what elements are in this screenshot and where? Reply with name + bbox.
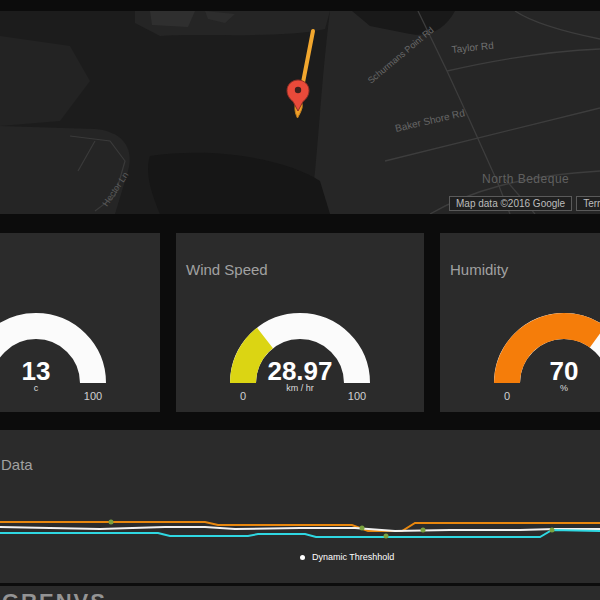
- gauge-units: c: [34, 383, 39, 393]
- data-point-marker: [109, 520, 114, 525]
- white-series: [0, 527, 600, 531]
- gauge-max-label: 100: [348, 390, 366, 402]
- gauge-value: 28.97: [267, 356, 332, 386]
- map-panel[interactable]: Schurmans Point Rd Taylor Rd Baker Shore…: [0, 11, 600, 214]
- chart-legend: Dynamic Threshhold: [300, 552, 394, 562]
- data-chart-pane: Data Dynamic Threshhold: [0, 430, 600, 583]
- humidity-gauge-pane: Humidity 70 % 0 100: [440, 233, 600, 412]
- bottom-section-pane: GRENVS: [0, 586, 600, 600]
- map-canvas: Schurmans Point Rd Taylor Rd Baker Shore…: [0, 11, 600, 214]
- gauge-value: 70: [550, 356, 579, 386]
- gauge-max-label: 100: [84, 390, 102, 402]
- pane-title: Wind Speed: [186, 261, 268, 278]
- data-point-marker: [550, 528, 555, 533]
- gauge-fill: [243, 338, 265, 383]
- locality-label: North Bedeque: [482, 172, 569, 186]
- data-point-marker: [384, 534, 389, 539]
- legend-label: Dynamic Threshhold: [312, 552, 394, 562]
- dashboard: { "map": { "road_labels": [ {"text": "Sc…: [0, 0, 600, 600]
- map-land-region: [150, 11, 195, 27]
- gauge-min-label: 0: [240, 390, 246, 402]
- terms-of-use-link[interactable]: Terms of Use: [576, 196, 600, 211]
- cyan-series: [0, 530, 600, 537]
- temperature-gauge: 13 c 0 100: [0, 303, 116, 403]
- pane-title: Data: [1, 456, 33, 473]
- data-point-marker: [360, 526, 365, 531]
- gauge-value: 13: [22, 356, 51, 386]
- map-attribution: Map data ©2016 Google: [449, 196, 572, 211]
- gauge-units: km / hr: [286, 383, 314, 393]
- gauge-min-label: 0: [504, 390, 510, 402]
- bottom-section-heading: GRENVS: [2, 589, 107, 600]
- wind-speed-gauge: 28.97 km / hr 0 100: [220, 303, 380, 403]
- gauge-units: %: [560, 383, 568, 393]
- legend-dot-icon: [300, 555, 305, 560]
- pane-title: Humidity: [450, 261, 508, 278]
- data-point-marker: [421, 528, 426, 533]
- temperature-gauge-pane: 13 c 0 100: [0, 233, 160, 412]
- wind-speed-gauge-pane: Wind Speed 28.97 km / hr 0 100: [176, 233, 424, 412]
- map-attribution-bar: Map data ©2016 Google Terms of Use: [449, 196, 600, 211]
- humidity-gauge: 70 % 0 100: [484, 303, 600, 403]
